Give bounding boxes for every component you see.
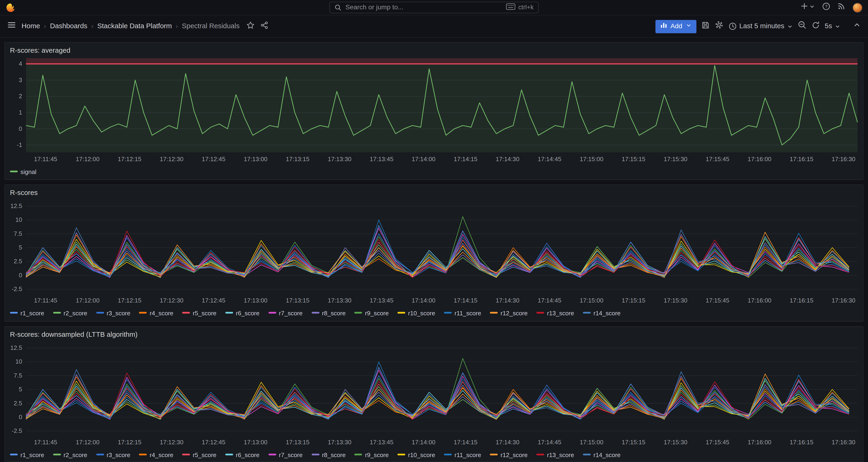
x-tick-label: 17:15:30 <box>664 297 687 304</box>
svg-text:?: ? <box>825 4 828 9</box>
x-tick-label: 17:14:45 <box>538 156 561 162</box>
legend-item-r7_score[interactable]: r7_score <box>268 451 303 459</box>
legend-label: r3_score <box>106 309 130 317</box>
time-series-plot[interactable]: 12.5107.552.50-2.517:11:4517:12:0017:12:… <box>8 341 861 450</box>
legend-item-r1_score[interactable]: r1_score <box>10 309 44 317</box>
legend-item-r8_score[interactable]: r8_score <box>311 451 346 459</box>
legend-label: r5_score <box>193 309 217 317</box>
search-placeholder: Search or jump to... <box>345 3 502 12</box>
legend-marker <box>536 312 544 314</box>
legend-item-r13_score[interactable]: r13_score <box>536 451 574 459</box>
legend-item-r2_score[interactable]: r2_score <box>53 451 87 459</box>
refresh-button[interactable] <box>811 21 820 32</box>
legend-marker <box>139 454 147 456</box>
legend-item-r3_score[interactable]: r3_score <box>96 451 130 459</box>
save-dashboard-button[interactable] <box>701 21 709 32</box>
breadcrumb-item[interactable]: Home <box>22 22 40 31</box>
help-button[interactable]: ? <box>822 2 831 13</box>
legend-item-r11_score[interactable]: r11_score <box>444 451 481 459</box>
x-tick-label: 17:13:30 <box>328 439 351 446</box>
legend-marker <box>398 454 405 456</box>
time-series-plot[interactable]: 12.5107.552.50-2.517:11:4517:12:0017:12:… <box>8 199 861 308</box>
legend-marker <box>583 312 591 314</box>
legend-item-r4_score[interactable]: r4_score <box>139 309 174 317</box>
rss-icon <box>837 2 845 12</box>
y-tick-label: 0 <box>19 413 22 421</box>
legend-item-r8_score[interactable]: r8_score <box>311 309 346 317</box>
legend-item-r6_score[interactable]: r6_score <box>225 309 259 317</box>
dashboard-settings-button[interactable] <box>714 21 723 32</box>
panel-r-scores-downsampled: R-scores: downsampled (LTTB algorithm) 1… <box>4 326 864 462</box>
panel-title[interactable]: R-scores <box>8 188 860 198</box>
legend-item-r12_score[interactable]: r12_score <box>490 309 528 317</box>
legend-item-r5_score[interactable]: r5_score <box>182 451 217 459</box>
panel-title[interactable]: R-scores: averaged <box>8 46 860 56</box>
legend: signal <box>8 167 860 177</box>
legend-item-r3_score[interactable]: r3_score <box>96 309 130 317</box>
legend-item-r9_score[interactable]: r9_score <box>354 451 389 459</box>
legend-marker <box>444 454 452 456</box>
x-tick-label: 17:15:45 <box>706 297 730 304</box>
refresh-interval-picker[interactable]: 5s <box>825 22 840 31</box>
legend-item-r14_score[interactable]: r14_score <box>583 309 620 317</box>
x-tick-label: 17:12:00 <box>76 439 99 446</box>
favorite-button[interactable] <box>246 21 255 32</box>
search-shortcut-label: ctrl+k <box>518 3 534 11</box>
breadcrumb-item[interactable]: Stackable Data Platform <box>97 22 172 31</box>
legend-label: r4_score <box>150 451 174 459</box>
legend-item-r9_score[interactable]: r9_score <box>354 309 389 317</box>
menu-button[interactable] <box>7 21 16 32</box>
y-tick-label: 2.5 <box>14 400 22 407</box>
x-tick-label: 17:14:00 <box>412 297 435 304</box>
gear-icon <box>714 21 723 32</box>
y-tick-label: 3 <box>19 76 22 84</box>
breadcrumb-item[interactable]: Dashboards <box>50 22 87 31</box>
legend-item-r14_score[interactable]: r14_score <box>583 451 620 459</box>
legend-item-r6_score[interactable]: r6_score <box>225 451 259 459</box>
time-series-plot[interactable]: 43210-117:11:4517:12:0017:12:1517:12:301… <box>8 57 861 167</box>
user-avatar[interactable] <box>852 3 863 12</box>
legend-item-signal[interactable]: signal <box>10 168 36 176</box>
legend-item-r7_score[interactable]: r7_score <box>268 309 303 317</box>
y-tick-label: 5 <box>19 244 22 251</box>
add-panel-button[interactable]: Add <box>656 20 696 33</box>
legend-item-r13_score[interactable]: r13_score <box>536 309 574 317</box>
x-tick-label: 17:15:45 <box>706 439 730 446</box>
grafana-logo-icon[interactable] <box>6 3 16 12</box>
breadcrumb-item[interactable]: Spectral Residuals <box>182 22 240 31</box>
legend: r1_scorer2_scorer3_scorer4_scorer5_score… <box>8 450 860 460</box>
legend-label: r10_score <box>408 451 435 459</box>
zoom-out-button[interactable] <box>798 21 806 32</box>
x-tick-label: 17:13:45 <box>370 156 394 162</box>
legend-marker <box>182 312 190 314</box>
legend-label: r13_score <box>547 309 574 317</box>
time-range-picker[interactable]: Last 5 minutes <box>728 22 793 31</box>
legend-item-r12_score[interactable]: r12_score <box>490 451 528 459</box>
legend-item-r5_score[interactable]: r5_score <box>182 309 217 317</box>
search-input[interactable]: Search or jump to... ctrl+k <box>330 2 539 13</box>
legend-item-r2_score[interactable]: r2_score <box>53 309 87 317</box>
threshold-region-above <box>26 58 858 64</box>
legend-item-r10_score[interactable]: r10_score <box>398 451 435 459</box>
chevron-down-icon <box>809 3 815 12</box>
toolbar-right: Add Last 5 minutes <box>656 20 861 33</box>
share-icon <box>260 21 268 32</box>
collapse-toolbar-button[interactable] <box>853 21 861 31</box>
dashboard-toolbar: Home›Dashboards›Stackable Data Platform›… <box>0 16 868 38</box>
legend-label: r4_score <box>150 309 174 317</box>
legend-label: r1_score <box>21 309 44 317</box>
share-button[interactable] <box>260 21 268 32</box>
legend-item-r10_score[interactable]: r10_score <box>398 309 435 317</box>
legend-item-r11_score[interactable]: r11_score <box>444 309 481 317</box>
new-menu-button[interactable] <box>800 2 815 12</box>
x-tick-label: 17:11:45 <box>34 439 57 446</box>
x-tick-label: 17:12:45 <box>202 156 225 162</box>
legend-item-r1_score[interactable]: r1_score <box>10 451 44 459</box>
legend-item-r4_score[interactable]: r4_score <box>139 451 174 459</box>
legend-marker <box>10 312 18 314</box>
panel-title[interactable]: R-scores: downsampled (LTTB algorithm) <box>8 330 860 340</box>
x-tick-label: 17:13:15 <box>286 297 310 304</box>
news-button[interactable] <box>837 2 845 12</box>
x-tick-label: 17:15:45 <box>706 156 730 162</box>
y-tick-label: -2.5 <box>12 285 22 292</box>
